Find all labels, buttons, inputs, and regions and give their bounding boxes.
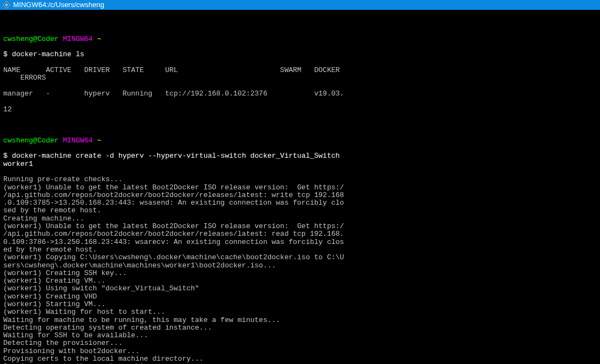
output-line: 0.109:3786->13.250.168.23:443: wsarecv: …	[3, 238, 597, 246]
output-line: (worker1) Creating VM...	[3, 277, 597, 285]
output-line: Waiting for machine to be running, this …	[3, 317, 597, 324]
output-line: (worker1) Unable to get the latest Boot2…	[3, 184, 597, 192]
output-line: Detecting operating system of created in…	[3, 324, 597, 332]
ls-row-cont: 12	[3, 106, 597, 114]
output-line: (worker1) Starting VM...	[3, 301, 597, 308]
output-line: Copying certs to the local machine direc…	[3, 355, 597, 363]
prompt-user: cwsheng@Coder	[3, 136, 58, 145]
output-line: Detecting the provisioner...	[3, 339, 597, 347]
output-line: (worker1) Unable to get the latest Boot2…	[3, 223, 597, 230]
prompt-dollar: $	[3, 152, 8, 160]
command-1: docker-machine ls	[12, 50, 85, 58]
prompt-path: ~	[97, 136, 102, 145]
ls-row: manager - hyperv Running tcp://192.168.0…	[3, 90, 597, 98]
output-line: (worker1) Using switch "docker_Virtual_S…	[3, 285, 597, 293]
output-line: (worker1) Waiting for host to start...	[3, 308, 597, 316]
prompt-path: ~	[97, 35, 102, 43]
output-line: ed by the remote host.	[3, 246, 597, 254]
output-line: (worker1) Creating SSH key...	[3, 270, 597, 277]
output-line: Running pre-create checks...	[3, 176, 597, 183]
output-line: (worker1) Creating VHD	[3, 293, 597, 301]
ls-header: NAME ACTIVE DRIVER STATE URL SWARM DOCKE…	[3, 67, 597, 82]
create-output: Running pre-create checks...(worker1) Un…	[3, 176, 597, 364]
output-line: Provisioning with boot2docker...	[3, 348, 597, 355]
output-line: /api.github.com/repos/boot2docker/boot2d…	[3, 192, 597, 199]
mingw-icon	[3, 1, 10, 9]
window-titlebar: MINGW64:/c/Users/cwsheng	[0, 0, 600, 10]
output-line: .0.109:3785->13.250.168.23:443: wsasend:…	[3, 199, 597, 207]
prompt-dollar: $	[3, 50, 8, 58]
output-line: Creating machine...	[3, 215, 597, 223]
prompt-shell: MINGW64	[63, 136, 93, 145]
output-line: sed by the remote host.	[3, 207, 597, 214]
output-line: /api.github.com/repos/boot2docker/boot2d…	[3, 230, 597, 238]
prompt-shell: MINGW64	[63, 35, 93, 43]
output-line: (worker1) Copying C:\Users\cwsheng\.dock…	[3, 254, 597, 261]
output-line: sers\cwsheng\.docker\machine\machines\wo…	[3, 262, 597, 270]
window-title: MINGW64:/c/Users/cwsheng	[13, 1, 104, 9]
prompt-user: cwsheng@Coder	[3, 35, 58, 43]
output-line: Waiting for SSH to be available...	[3, 332, 597, 339]
command-2: docker-machine create -d hyperv --hyperv…	[3, 152, 340, 168]
terminal-output[interactable]: cwsheng@Coder MINGW64 ~ $ docker-machine…	[0, 10, 600, 364]
